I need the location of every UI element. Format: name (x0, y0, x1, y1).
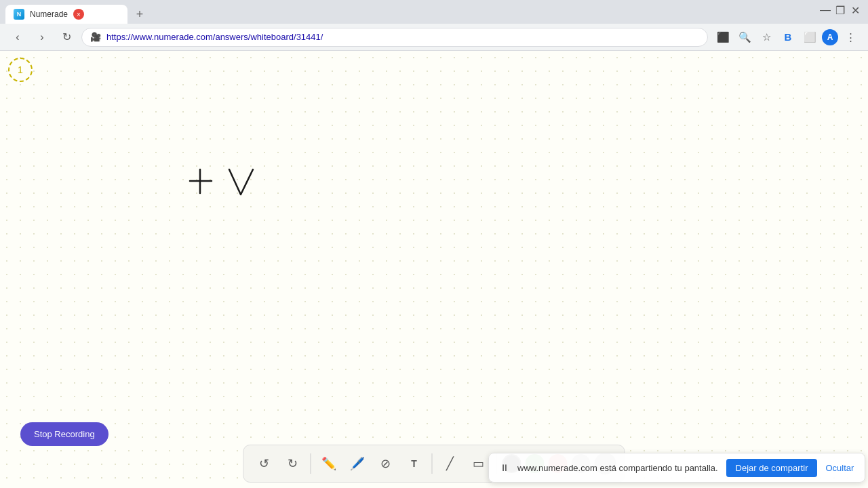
back-button[interactable]: ‹ (8, 28, 27, 47)
tab-favicon: N (14, 9, 24, 20)
tab-title: Numerade (30, 9, 68, 19)
browser-window: N Numerade × + — ❐ ✕ ‹ › ↻ 🎥 https://www… (0, 0, 868, 488)
rect-tool[interactable]: ▭ (467, 451, 491, 476)
eraser-tool[interactable]: ⊘ (374, 451, 398, 476)
toolbar-separator-1 (311, 453, 311, 474)
marker-tool[interactable]: 🖊️ (345, 451, 370, 476)
profile-avatar[interactable]: A (822, 29, 838, 45)
sharing-bar: ⏸ www.numerade.com está compartiendo tu … (488, 453, 865, 483)
toolbar-separator-2 (432, 453, 433, 474)
whiteboard-canvas (0, 51, 868, 488)
reload-button[interactable]: ↻ (57, 28, 76, 47)
undo-button[interactable]: ↺ (252, 451, 277, 476)
bookmark-icon[interactable]: ☆ (757, 28, 776, 47)
close-button[interactable]: ✕ (850, 5, 860, 15)
address-bar[interactable]: 🎥 https://www.numerade.com/answers/white… (81, 28, 708, 47)
maximize-button[interactable]: ❐ (835, 5, 845, 15)
address-bar-row: ‹ › ↻ 🎥 https://www.numerade.com/answers… (0, 24, 868, 51)
browser-toolbar-icons: ⬛ 🔍 ☆ B ⬜ A ⋮ (713, 28, 860, 47)
minimize-button[interactable]: — (821, 5, 830, 15)
redo-button[interactable]: ↻ (281, 451, 305, 476)
tab-close-button[interactable]: × (73, 9, 84, 20)
url-text: https://www.numerade.com/answers/whitebo… (106, 32, 323, 42)
stop-recording-button[interactable]: Stop Recording (20, 422, 108, 446)
menu-icon[interactable]: ⋮ (841, 28, 860, 47)
hide-button[interactable]: Ocultar (825, 463, 854, 473)
pause-icon: ⏸ (500, 462, 509, 473)
content-area: 1 Stop Recording ↺ ↻ ✏️ 🖊️ ⊘ T (0, 51, 868, 488)
line-tool[interactable]: ╱ (438, 451, 462, 476)
stop-sharing-button[interactable]: Dejar de compartir (726, 459, 818, 477)
screenshare-icon[interactable]: ⬛ (713, 28, 732, 47)
search-icon[interactable]: 🔍 (735, 28, 754, 47)
extensions-icon[interactable]: B (778, 28, 797, 47)
pen-tool[interactable]: ✏️ (317, 451, 341, 476)
forward-button[interactable]: › (33, 28, 52, 47)
sharing-message: www.numerade.com está compartiendo tu pa… (517, 463, 718, 473)
cast-icon[interactable]: ⬜ (800, 28, 819, 47)
new-tab-button[interactable]: + (130, 5, 149, 24)
text-tool[interactable]: T (402, 451, 427, 476)
whiteboard[interactable]: 1 Stop Recording ↺ ↻ ✏️ 🖊️ ⊘ T (0, 51, 868, 488)
browser-tab[interactable]: N Numerade × (5, 5, 127, 24)
